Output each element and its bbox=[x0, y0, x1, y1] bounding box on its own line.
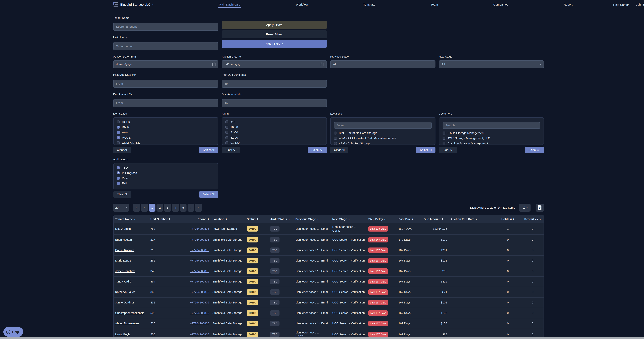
tenant-link[interactable]: Katheryn Baker bbox=[115, 290, 135, 294]
phone-link[interactable]: +77764200805 bbox=[190, 238, 209, 241]
tenant-link[interactable]: Christopher Mackenzie bbox=[115, 311, 144, 315]
table-column-header[interactable]: Due Amount ▲▼ bbox=[422, 215, 449, 223]
tenant-link[interactable]: Tana Wardle bbox=[115, 280, 131, 283]
tenant-link[interactable]: Maria Lopez bbox=[115, 259, 131, 262]
aging-select-all-button[interactable]: Select All bbox=[308, 147, 327, 153]
help-center-link[interactable]: Help Center bbox=[613, 2, 629, 7]
filter-checkbox-option[interactable]: ✓ In Progress bbox=[117, 171, 215, 175]
reset-filters-button[interactable]: Reset Filters bbox=[222, 30, 327, 38]
filter-checkbox-option[interactable]: ✓ TBD bbox=[117, 166, 215, 169]
table-column-header[interactable]: Unit Number ▲▼ bbox=[149, 215, 178, 223]
table-row[interactable]: Tana Wardle 354 +77764200805 Smithfield … bbox=[114, 276, 544, 287]
page-button[interactable]: 5 bbox=[180, 204, 186, 212]
tenant-link[interactable]: Jamie Gardner bbox=[115, 301, 134, 304]
phone-link[interactable]: +77764200805 bbox=[190, 270, 209, 273]
phone-link[interactable]: +77764200805 bbox=[190, 311, 209, 315]
sort-icon[interactable]: ▲▼ bbox=[384, 218, 386, 220]
filter-checkbox-option[interactable]: ✓ AAA bbox=[117, 131, 215, 134]
sort-icon[interactable]: ▲▼ bbox=[412, 218, 414, 220]
table-column-header[interactable]: Audit Status ▲▼ bbox=[268, 215, 294, 223]
tenant-link[interactable]: Abner Zimmerman bbox=[115, 322, 139, 325]
tenant-link[interactable]: Eden Hooton bbox=[115, 238, 132, 241]
filter-checkbox-option[interactable]: 91-120 bbox=[226, 141, 323, 145]
past-due-days-min-input[interactable] bbox=[113, 80, 218, 88]
filter-checkbox-option[interactable]: Absolute Storage Management bbox=[442, 142, 540, 145]
filter-checkbox-option[interactable]: HOLD bbox=[117, 120, 215, 124]
filter-checkbox-option[interactable]: 31-60 bbox=[226, 131, 323, 134]
page-button[interactable]: « bbox=[133, 204, 140, 212]
table-row[interactable]: Maria Lopez 256 +77764200805 Smithfield … bbox=[114, 256, 544, 266]
user-menu[interactable]: John Doe ▾ bbox=[636, 3, 644, 6]
customers-clear-all-button[interactable]: Clear All bbox=[439, 147, 457, 153]
past-due-days-max-input[interactable] bbox=[222, 80, 327, 88]
sort-icon[interactable]: ▲▼ bbox=[134, 218, 136, 220]
filter-checkbox-option[interactable]: 61-90 bbox=[226, 136, 323, 139]
page-button[interactable]: ‹ bbox=[141, 204, 148, 212]
filter-checkbox-option[interactable]: ✓ DMTC bbox=[117, 125, 215, 129]
table-column-header[interactable]: Past Due ▲▼ bbox=[397, 215, 422, 223]
sort-icon[interactable]: ▲▼ bbox=[317, 218, 319, 220]
table-column-header[interactable]: Auction End Date ▲▼ bbox=[449, 215, 495, 223]
audit-clear-all-button[interactable]: Clear All bbox=[113, 191, 132, 198]
due-amount-min-input[interactable] bbox=[113, 99, 218, 107]
filter-checkbox-option[interactable]: 4217 Storage Management, LLC bbox=[442, 136, 540, 140]
filter-checkbox-option[interactable]: 4SM - AAA Industrial Park Mini Warehouse… bbox=[334, 136, 432, 140]
table-column-header[interactable]: Tenant Name ▲▼ bbox=[114, 215, 149, 223]
phone-link[interactable]: +77764200805 bbox=[190, 227, 209, 230]
sort-icon[interactable]: ▲▼ bbox=[442, 218, 443, 220]
table-column-header[interactable]: Step Delay ▲▼ bbox=[367, 215, 397, 223]
table-column-header[interactable]: Location ▲▼ bbox=[211, 215, 245, 223]
phone-link[interactable]: +77764200805 bbox=[190, 280, 209, 283]
filter-checkbox-option[interactable]: 4SM - Able Self Storage bbox=[334, 142, 432, 145]
apply-filters-button[interactable]: Apply Filters bbox=[222, 21, 327, 29]
audit-select-all-button[interactable]: Select All bbox=[199, 191, 218, 198]
customers-search-input[interactable] bbox=[442, 122, 540, 129]
table-row[interactable]: Christopher Mackenzie 502 +77764200805 S… bbox=[114, 308, 544, 318]
table-column-header[interactable]: Restarts # ▲▼ bbox=[521, 215, 544, 223]
customers-select-all-button[interactable]: Select All bbox=[525, 147, 544, 153]
table-row[interactable]: Jamie Gardner 438 +77764200805 Smithfiel… bbox=[114, 297, 544, 308]
auction-date-to-input[interactable]: dd/mm/yyyy bbox=[222, 60, 327, 68]
sort-icon[interactable]: ▲▼ bbox=[348, 218, 350, 220]
filter-checkbox-option[interactable]: COMPLETED bbox=[117, 141, 215, 145]
previous-stage-select[interactable]: All ▾ bbox=[330, 60, 436, 68]
sort-icon[interactable]: ▲▼ bbox=[169, 218, 170, 220]
table-settings-button[interactable]: ⚙ ▾ bbox=[519, 204, 530, 212]
filter-checkbox-option[interactable]: <15 bbox=[226, 120, 323, 124]
unit-number-input[interactable] bbox=[113, 42, 218, 50]
table-column-header[interactable]: Phone ▲▼ bbox=[178, 215, 211, 223]
aging-clear-all-button[interactable]: Clear All bbox=[222, 147, 240, 153]
sort-icon[interactable]: ▲▼ bbox=[476, 218, 477, 220]
tab-template[interactable]: Template bbox=[363, 1, 376, 7]
auction-date-from-input[interactable]: dd/mm/yyyy bbox=[113, 60, 218, 68]
lien-clear-all-button[interactable]: Clear All bbox=[113, 147, 132, 153]
page-size-select[interactable]: 20 ▾ bbox=[113, 204, 129, 212]
horizontal-scrollbar[interactable] bbox=[0, 337, 644, 339]
page-button[interactable]: » bbox=[195, 204, 202, 212]
phone-link[interactable]: +77764200805 bbox=[190, 249, 209, 252]
tab-report[interactable]: Report bbox=[563, 1, 573, 7]
tenant-link[interactable]: Lisa J Smith bbox=[115, 227, 131, 230]
sort-icon[interactable]: ▲▼ bbox=[208, 218, 209, 220]
help-button[interactable]: ? Help bbox=[3, 327, 23, 337]
tab-team[interactable]: Team bbox=[430, 1, 438, 7]
table-row[interactable]: Daniel Rosales 210 +77764200805 Smithfie… bbox=[114, 245, 544, 255]
table-row[interactable]: Eden Hooton 217 +77764200805 Smithfield … bbox=[114, 235, 544, 245]
sort-icon[interactable]: ▲▼ bbox=[226, 218, 227, 220]
phone-link[interactable]: +77764200805 bbox=[190, 290, 209, 294]
page-button[interactable]: 2 bbox=[156, 204, 163, 212]
sort-icon[interactable]: ▲▼ bbox=[257, 218, 258, 220]
table-row[interactable]: Javier Sanchez 345 +77764200805 Smithfie… bbox=[114, 266, 544, 276]
chevron-down-icon[interactable]: ▾ bbox=[152, 3, 154, 6]
filter-checkbox-option[interactable]: 16-30 bbox=[226, 125, 323, 129]
table-row[interactable]: Katheryn Baker 363 +77764200805 Smithfie… bbox=[114, 287, 544, 297]
table-row[interactable]: Lisa J Smith 753 +77764200805 Power Self… bbox=[114, 223, 544, 235]
next-stage-select[interactable]: All ▾ bbox=[439, 60, 544, 68]
phone-link[interactable]: +77764200805 bbox=[190, 322, 209, 325]
filter-checkbox-option[interactable]: ✓ MOVE bbox=[117, 136, 215, 139]
hide-filters-button[interactable]: Hide Filters ▴ bbox=[222, 40, 327, 48]
locations-select-all-button[interactable]: Select All bbox=[416, 147, 436, 153]
sort-icon[interactable]: ▲▼ bbox=[288, 218, 290, 220]
page-button[interactable]: 4 bbox=[172, 204, 179, 212]
page-button[interactable]: › bbox=[188, 204, 194, 212]
